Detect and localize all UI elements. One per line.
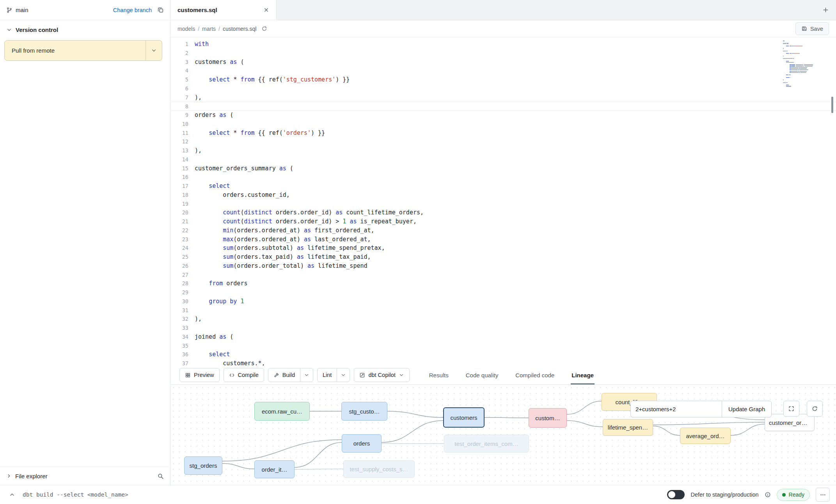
- lineage-node-test-order-items[interactable]: test_order_items_com…: [444, 435, 529, 453]
- line-number: 14: [170, 155, 195, 164]
- save-button[interactable]: Save: [795, 22, 829, 35]
- tab-customers-sql[interactable]: customers.sql: [170, 0, 277, 20]
- code-line[interactable]: 9orders as (: [170, 111, 836, 120]
- editor-scrollbar-thumb[interactable]: [831, 97, 833, 113]
- lineage-node-order-items[interactable]: order_it…: [254, 460, 295, 478]
- version-control-header[interactable]: Version control: [0, 20, 170, 37]
- code-line[interactable]: 28 from orders: [170, 279, 836, 288]
- pull-from-remote-button[interactable]: Pull from remote: [4, 40, 162, 61]
- new-tab-button[interactable]: [815, 0, 836, 20]
- code-line[interactable]: 22 min(orders.ordered_at) as first_order…: [170, 226, 836, 235]
- panel-tab-code-quality[interactable]: Code quality: [466, 366, 498, 384]
- code-line[interactable]: 14: [170, 155, 836, 164]
- code-line[interactable]: 7),: [170, 93, 836, 102]
- update-graph-button[interactable]: Update Graph: [722, 401, 772, 417]
- code-line[interactable]: 6: [170, 84, 836, 93]
- code-line[interactable]: 35: [170, 341, 836, 350]
- panel-tab-compiled-code[interactable]: Compiled code: [515, 366, 554, 384]
- defer-toggle[interactable]: [667, 490, 685, 499]
- code-line[interactable]: 24 sum(orders.subtotal) as lifetime_spen…: [170, 244, 836, 253]
- minimap[interactable]: [783, 41, 816, 87]
- chevron-up-icon[interactable]: [6, 492, 18, 498]
- lineage-node-customers-semantic[interactable]: custom…: [529, 408, 567, 428]
- status-badge[interactable]: Ready: [777, 489, 810, 501]
- code-line[interactable]: 10: [170, 120, 836, 129]
- status-bar: dbt build --select <model_name> Defer to…: [0, 485, 836, 504]
- code-line[interactable]: 3customers as (: [170, 58, 836, 67]
- code-line[interactable]: 4: [170, 66, 836, 75]
- copy-icon[interactable]: [157, 7, 164, 13]
- lint-options-caret[interactable]: [337, 368, 350, 382]
- code-line-text: customers.*,: [195, 359, 265, 366]
- code-line[interactable]: 2: [170, 49, 836, 58]
- lineage-node-ecom-raw-customers[interactable]: ecom.raw_cu…: [254, 402, 310, 421]
- file-explorer-header[interactable]: File explorer: [0, 467, 170, 485]
- code-brackets-icon: [229, 372, 235, 378]
- breadcrumb-item[interactable]: customers.sql: [223, 26, 256, 32]
- tab-title: customers.sql: [177, 7, 217, 13]
- file-action-icon[interactable]: [261, 25, 268, 32]
- refresh-graph-button[interactable]: [807, 401, 823, 417]
- dbt-copilot-button[interactable]: dbt Copilot: [354, 368, 409, 382]
- code-line[interactable]: 27: [170, 271, 836, 279]
- compile-button[interactable]: Compile: [224, 368, 264, 382]
- code-line[interactable]: 36 select: [170, 350, 836, 359]
- code-line[interactable]: 18 orders.customer_id,: [170, 191, 836, 200]
- code-line[interactable]: 34joined as (: [170, 332, 836, 341]
- code-line[interactable]: 19: [170, 200, 836, 209]
- code-line[interactable]: 21 count(distinct orders.order_id) > 1 a…: [170, 217, 836, 226]
- lineage-node-customers[interactable]: customers: [443, 407, 485, 428]
- current-branch[interactable]: main: [6, 7, 28, 13]
- code-line[interactable]: 17 select: [170, 182, 836, 191]
- code-line[interactable]: 30 group by 1: [170, 297, 836, 306]
- search-icon[interactable]: [157, 473, 164, 479]
- breadcrumb-bar: models/marts/customers.sql Save: [170, 20, 836, 37]
- code-line[interactable]: 25 sum(orders.tax_paid) as lifetime_tax_…: [170, 253, 836, 262]
- lineage-node-stg-customers[interactable]: stg_custo…: [341, 402, 387, 421]
- build-button[interactable]: Build: [268, 368, 300, 382]
- code-line[interactable]: 8: [170, 102, 836, 111]
- pull-options-caret[interactable]: [146, 41, 162, 60]
- lint-button[interactable]: Lint: [318, 368, 337, 382]
- code-line[interactable]: 16: [170, 173, 836, 182]
- code-line[interactable]: 33: [170, 324, 836, 332]
- save-label: Save: [810, 26, 823, 32]
- chevron-down-icon: [151, 48, 157, 53]
- lineage-node-average-order[interactable]: average_ord…: [680, 428, 731, 444]
- code-line[interactable]: 13),: [170, 146, 836, 155]
- change-branch-link[interactable]: Change branch: [113, 7, 152, 13]
- build-options-caret[interactable]: [300, 368, 313, 382]
- line-number: 5: [170, 75, 195, 84]
- breadcrumb-item[interactable]: marts: [202, 26, 216, 32]
- preview-button[interactable]: Preview: [179, 368, 220, 382]
- info-icon[interactable]: [765, 492, 771, 498]
- line-number: 15: [170, 164, 195, 173]
- code-line[interactable]: 26 sum(orders.order_total) as lifetime_s…: [170, 262, 836, 271]
- code-editor[interactable]: 1with23customers as (45 select * from {{…: [170, 37, 836, 366]
- code-line[interactable]: 11 select * from {{ ref('orders') }}: [170, 129, 836, 138]
- code-line[interactable]: 32),: [170, 315, 836, 324]
- breadcrumb-item[interactable]: models: [177, 26, 195, 32]
- code-line[interactable]: 20 count(distinct orders.order_id) as co…: [170, 208, 836, 217]
- fullscreen-button[interactable]: [783, 401, 799, 417]
- code-line[interactable]: 1with: [170, 40, 836, 49]
- line-number: 32: [170, 315, 195, 324]
- lineage-selector-input[interactable]: [630, 401, 722, 417]
- lineage-node-test-supply-costs[interactable]: test_supply_costs_s…: [343, 460, 415, 478]
- more-options-button[interactable]: [816, 488, 830, 502]
- code-line[interactable]: 12: [170, 137, 836, 146]
- lineage-node-stg-orders[interactable]: stg_orders: [184, 456, 222, 475]
- lineage-node-orders[interactable]: orders: [342, 434, 382, 453]
- code-line[interactable]: 31: [170, 306, 836, 315]
- code-line[interactable]: 23 max(orders.ordered_at) as last_ordere…: [170, 235, 836, 244]
- command-input[interactable]: dbt build --select <model_name>: [23, 492, 128, 498]
- lint-split-button: Lint: [317, 368, 350, 382]
- code-line[interactable]: 29: [170, 288, 836, 297]
- panel-tab-results[interactable]: Results: [429, 366, 449, 384]
- panel-tab-lineage[interactable]: Lineage: [572, 366, 594, 384]
- code-line[interactable]: 15customer_orders_summary as (: [170, 164, 836, 173]
- code-line[interactable]: 5 select * from {{ ref('stg_customers') …: [170, 75, 836, 84]
- code-line[interactable]: 37 customers.*,: [170, 359, 836, 366]
- close-icon[interactable]: [263, 7, 269, 13]
- lineage-node-lifetime-spend[interactable]: lifetime_spen…: [603, 419, 653, 436]
